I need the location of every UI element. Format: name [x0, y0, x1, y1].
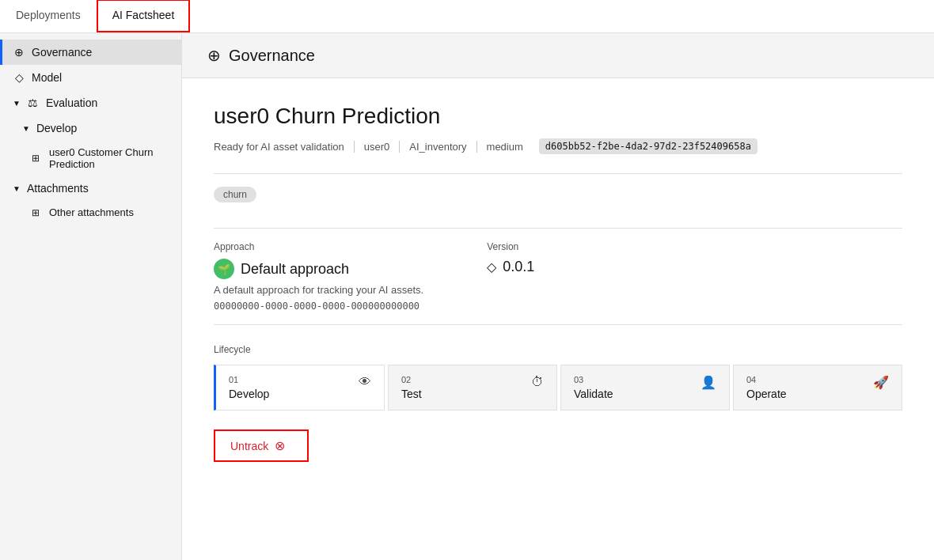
governance-icon: ⊕: [13, 46, 25, 59]
lifecycle-num-2: 02: [401, 375, 422, 384]
meta-hash: d605bb52-f2be-4da2-97d2-23f52409658a: [539, 138, 757, 154]
sidebar-item-attachments-label: Attachments: [27, 182, 89, 195]
meta-row: Ready for AI asset validation user0 AI_i…: [214, 138, 902, 154]
sidebar-item-governance[interactable]: ⊕ Governance: [0, 40, 181, 65]
sidebar-item-evaluation-label: Evaluation: [46, 96, 97, 109]
sidebar-item-attachments[interactable]: ▼ Attachments: [0, 176, 181, 201]
version-diamond-icon: ◇: [487, 259, 496, 274]
content-body: user0 Churn Prediction Ready for AI asse…: [182, 78, 934, 487]
divider-3: [214, 324, 902, 325]
version-label: Version: [487, 241, 534, 252]
lifecycle-name-develop: Develop: [229, 388, 269, 400]
tab-bar: Deployments AI Factsheet: [0, 0, 934, 33]
sidebar-item-develop-label: Develop: [36, 122, 77, 134]
main-layout: ⊕ Governance ◇ Model ▼ ⚖ Evaluation ▼ De…: [0, 33, 934, 560]
lifecycle-icon-develop: 👁: [359, 375, 371, 389]
tab-deployments[interactable]: Deployments: [0, 0, 97, 32]
lifecycle-card-test-content: 02 Test: [401, 375, 422, 400]
approach-id: 00000000-0000-0000-0000-000000000000: [214, 301, 423, 312]
governance-header-icon: ⊕: [207, 46, 221, 65]
sidebar-item-develop[interactable]: ▼ Develop: [0, 115, 181, 141]
approach-label: Approach: [214, 241, 423, 252]
lifecycle-card-test: 02 Test ⏱: [388, 365, 557, 411]
lifecycle-num-3: 03: [574, 375, 613, 384]
sidebar-item-user0-customer[interactable]: ⊞ user0 Customer Churn Prediction: [0, 141, 181, 176]
lifecycle-num-4: 04: [746, 375, 787, 384]
approach-version-row: Approach 🌱 Default approach A default ap…: [214, 241, 902, 312]
sidebar-item-model[interactable]: ◇ Model: [0, 65, 181, 90]
meta-user: user0: [355, 141, 401, 153]
divider-1: [214, 173, 902, 174]
lifecycle-card-operate-content: 04 Operate: [746, 375, 787, 400]
sidebar: ⊕ Governance ◇ Model ▼ ⚖ Evaluation ▼ De…: [0, 33, 182, 560]
sidebar-item-other-attachments-label: Other attachments: [49, 206, 134, 218]
asset-title: user0 Churn Prediction: [214, 104, 902, 129]
lifecycle-card-develop-content: 01 Develop: [229, 375, 269, 400]
sidebar-item-evaluation[interactable]: ▼ ⚖ Evaluation: [0, 90, 181, 115]
meta-status: Ready for AI asset validation: [214, 141, 355, 153]
meta-inventory: AI_inventory: [400, 141, 476, 153]
governance-header-title: Governance: [229, 47, 315, 65]
sidebar-item-model-label: Model: [32, 71, 62, 84]
attachment-icon: ⊞: [32, 207, 43, 218]
sidebar-item-user0-label: user0 Customer Churn Prediction: [49, 146, 169, 170]
lifecycle-card-operate: 04 Operate 🚀: [733, 365, 902, 411]
version-number: 0.0.1: [503, 259, 534, 275]
approach-name-row: 🌱 Default approach: [214, 259, 423, 279]
lifecycle-card-develop: 01 Develop 👁: [214, 365, 385, 411]
untrack-button[interactable]: Untrack ⊗: [214, 429, 309, 462]
sidebar-item-governance-label: Governance: [32, 46, 92, 59]
lifecycle-num-1: 01: [229, 375, 269, 384]
approach-name: Default approach: [241, 261, 349, 278]
meta-risk: medium: [477, 141, 533, 153]
divider-2: [214, 228, 902, 229]
sidebar-item-other-attachments[interactable]: ⊞ Other attachments: [0, 201, 181, 224]
lifecycle-name-operate: Operate: [746, 388, 787, 400]
lifecycle-name-validate: Validate: [574, 388, 613, 400]
evaluation-icon: ⚖: [27, 96, 40, 109]
approach-icon: 🌱: [214, 259, 234, 279]
version-name-row: ◇ 0.0.1: [487, 259, 534, 275]
asset-tag: churn: [214, 187, 256, 202]
lifecycle-icon-operate: 🚀: [873, 375, 889, 390]
lifecycle-section: Lifecycle 01 Develop 👁 02 Test: [214, 344, 902, 411]
table-icon: ⊞: [32, 153, 43, 164]
caret-down-icon-2: ▼: [22, 124, 30, 133]
caret-down-icon: ▼: [13, 99, 21, 108]
lifecycle-cards: 01 Develop 👁 02 Test ⏱: [214, 365, 902, 411]
lifecycle-card-validate-content: 03 Validate: [574, 375, 613, 400]
lifecycle-icon-test: ⏱: [531, 375, 544, 389]
model-icon: ◇: [13, 71, 25, 84]
content-area: ⊕ Governance user0 Churn Prediction Read…: [182, 33, 934, 560]
lifecycle-label: Lifecycle: [214, 344, 902, 355]
untrack-icon: ⊗: [275, 438, 285, 453]
lifecycle-name-test: Test: [401, 388, 422, 400]
lifecycle-icon-validate: 👤: [700, 375, 716, 390]
version-col: Version ◇ 0.0.1: [487, 241, 534, 275]
approach-col: Approach 🌱 Default approach A default ap…: [214, 241, 423, 312]
untrack-label: Untrack: [230, 440, 268, 452]
tab-ai-factsheet[interactable]: AI Factsheet: [97, 0, 191, 32]
lifecycle-card-validate: 03 Validate 👤: [560, 365, 730, 411]
approach-description: A default approach for tracking your AI …: [214, 284, 423, 296]
caret-down-icon-3: ▼: [13, 184, 21, 193]
untrack-section: Untrack ⊗: [214, 429, 902, 462]
governance-header: ⊕ Governance: [182, 33, 934, 78]
